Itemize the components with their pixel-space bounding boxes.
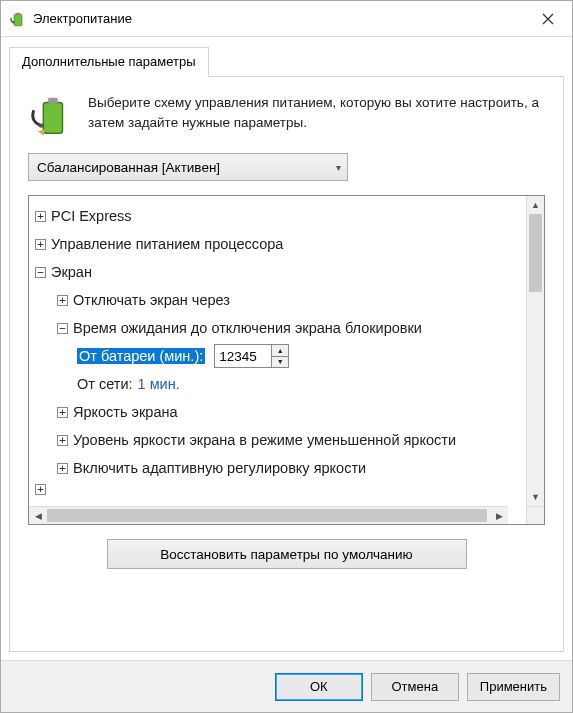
window-title: Электропитание (33, 11, 524, 26)
vertical-scrollbar[interactable]: ▲ ▼ (526, 196, 544, 506)
settings-tree: + PCI Express + Управление питанием проц… (28, 195, 545, 525)
svg-rect-3 (43, 103, 62, 134)
close-icon (542, 13, 554, 25)
scrollbar-corner (526, 506, 544, 524)
svg-point-2 (12, 21, 14, 23)
v-scroll-track[interactable] (527, 214, 544, 488)
tree-item-on-ac[interactable]: От сети: 1 мин. (35, 370, 524, 398)
tree-label: Отключать экран через (73, 292, 230, 308)
tree-label: Экран (51, 264, 92, 280)
expand-icon[interactable]: + (57, 435, 68, 446)
tree-item-lock-screen-timeout[interactable]: − Время ожидания до отключения экрана бл… (35, 314, 524, 342)
spin-up-button[interactable]: ▲ (272, 345, 288, 357)
expand-icon[interactable]: + (57, 463, 68, 474)
ok-button[interactable]: ОК (275, 673, 363, 701)
tree-body: + PCI Express + Управление питанием проц… (29, 196, 526, 524)
content-area: Дополнительные параметры Выберите схему … (1, 37, 572, 660)
v-scroll-thumb[interactable] (529, 214, 542, 292)
on-battery-input[interactable] (215, 345, 271, 367)
scheme-selected-label: Сбалансированная [Активен] (37, 160, 220, 175)
expand-icon[interactable]: + (57, 407, 68, 418)
on-ac-value[interactable]: 1 мин. (138, 376, 180, 392)
tree-label: Уровень яркости экрана в режиме уменьшен… (73, 432, 456, 448)
svg-rect-4 (48, 98, 58, 104)
chevron-down-icon: ▾ (336, 162, 341, 173)
tree-item-adaptive-brightness[interactable]: + Включить адаптивную регулировку яркост… (35, 454, 524, 482)
tree-label: Яркость экрана (73, 404, 178, 420)
scroll-left-icon[interactable]: ◀ (29, 507, 47, 524)
tree-label: Включить адаптивную регулировку яркости (73, 460, 366, 476)
power-scheme-select[interactable]: Сбалансированная [Активен] ▾ (28, 153, 348, 181)
intro-text: Выберите схему управления питанием, кото… (88, 93, 545, 132)
tab-advanced-settings[interactable]: Дополнительные параметры (9, 47, 209, 77)
expand-icon[interactable]: + (35, 484, 46, 495)
collapse-icon[interactable]: − (35, 267, 46, 278)
tree-item-partial[interactable]: + (35, 482, 524, 496)
tree-item-pci-express[interactable]: + PCI Express (35, 202, 524, 230)
tree-item-turn-off-display[interactable]: + Отключать экран через (35, 286, 524, 314)
on-battery-spinner: ▲ ▼ (214, 344, 289, 368)
tree-label: Управление питанием процессора (51, 236, 283, 252)
titlebar: Электропитание (1, 1, 572, 37)
svg-rect-0 (14, 14, 22, 25)
tree-item-on-battery[interactable]: От батареи (мин.): ▲ ▼ (35, 342, 524, 370)
restore-defaults-button[interactable]: Восстановить параметры по умолчанию (107, 539, 467, 569)
expand-icon[interactable]: + (57, 295, 68, 306)
spin-buttons: ▲ ▼ (271, 345, 288, 367)
dialog-button-row: ОК Отмена Применить (1, 660, 572, 712)
cancel-button[interactable]: Отмена (371, 673, 459, 701)
tree-label: PCI Express (51, 208, 132, 224)
h-scroll-track[interactable] (47, 507, 490, 524)
close-button[interactable] (524, 1, 572, 36)
scroll-up-icon[interactable]: ▲ (527, 196, 544, 214)
on-battery-label: От батареи (мин.): (77, 348, 205, 364)
spin-down-button[interactable]: ▼ (272, 357, 288, 368)
horizontal-scrollbar[interactable]: ◀ ▶ (29, 506, 508, 524)
intro-row: Выберите схему управления питанием, кото… (28, 93, 545, 139)
collapse-icon[interactable]: − (57, 323, 68, 334)
expand-icon[interactable]: + (35, 211, 46, 222)
scroll-right-icon[interactable]: ▶ (490, 507, 508, 524)
tabstrip: Дополнительные параметры (9, 47, 564, 77)
h-scroll-thumb[interactable] (47, 509, 487, 522)
svg-rect-1 (16, 12, 21, 14)
apply-button[interactable]: Применить (467, 673, 560, 701)
tree-label: Время ожидания до отключения экрана блок… (73, 320, 422, 336)
tab-panel: Выберите схему управления питанием, кото… (9, 76, 564, 652)
app-icon (9, 10, 27, 28)
tree-item-display[interactable]: − Экран (35, 258, 524, 286)
tree-item-dimmed-brightness[interactable]: + Уровень яркости экрана в режиме уменьш… (35, 426, 524, 454)
scroll-down-icon[interactable]: ▼ (527, 488, 544, 506)
expand-icon[interactable]: + (35, 239, 46, 250)
tree-item-display-brightness[interactable]: + Яркость экрана (35, 398, 524, 426)
power-options-window: Электропитание Дополнительные параметры … (0, 0, 573, 713)
tree-item-processor-power[interactable]: + Управление питанием процессора (35, 230, 524, 258)
svg-point-5 (39, 123, 45, 127)
battery-icon (28, 93, 74, 139)
on-ac-label: От сети: (77, 376, 133, 392)
